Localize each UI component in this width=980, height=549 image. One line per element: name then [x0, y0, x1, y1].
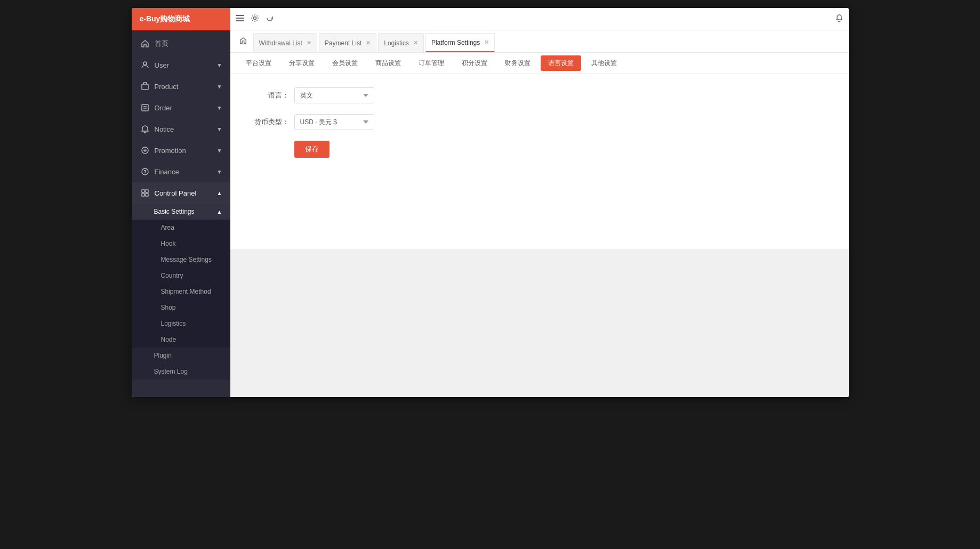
- sidebar-submenu-message-settings[interactable]: Message Settings: [132, 252, 230, 268]
- product-arrow-icon: ▼: [217, 84, 222, 90]
- control-panel-arrow-icon: ▲: [217, 190, 222, 196]
- sidebar-submenu-hook[interactable]: Hook: [132, 236, 230, 252]
- language-row: 语言： 英文 中文 日文 韩文: [246, 87, 833, 103]
- sub-tab-member-settings-label: 会员设置: [332, 59, 358, 67]
- tab-withdrawal-list[interactable]: Withdrawal List ✕: [253, 33, 317, 52]
- logistics-label: Logistics: [161, 320, 186, 327]
- sub-tab-points-settings[interactable]: 积分设置: [454, 55, 495, 71]
- sidebar-submenu-shop[interactable]: Shop: [132, 300, 230, 316]
- tab-withdrawal-list-label: Withdrawal List: [259, 39, 302, 47]
- tab-platform-settings-close[interactable]: ✕: [484, 39, 489, 46]
- sub-tab-share-settings-label: 分享设置: [289, 59, 315, 67]
- notice-icon: [140, 124, 150, 134]
- sidebar-submenu-area[interactable]: Area: [132, 220, 230, 236]
- sub-tab-goods-settings[interactable]: 商品设置: [368, 55, 408, 71]
- control-panel-submenu: Basic Settings ▲ Area Hook Message Setti…: [132, 204, 230, 380]
- sidebar-item-control-panel[interactable]: Control Panel ▲: [132, 182, 230, 204]
- sub-tab-order-management-label: 订单管理: [419, 59, 444, 67]
- sidebar-item-order[interactable]: Order ▼: [132, 97, 230, 118]
- sidebar-submenu-country[interactable]: Country: [132, 268, 230, 284]
- sub-tab-finance-settings-label: 财务设置: [505, 59, 531, 67]
- toolbar: [230, 8, 849, 30]
- basic-settings-children: Area Hook Message Settings Country Shipm…: [132, 220, 230, 348]
- svg-rect-8: [146, 190, 148, 192]
- order-icon: [140, 102, 150, 113]
- save-button[interactable]: 保存: [294, 141, 330, 158]
- svg-rect-1: [142, 84, 148, 90]
- message-settings-label: Message Settings: [161, 256, 212, 263]
- sidebar-submenu-system-log[interactable]: System Log: [132, 364, 230, 380]
- sidebar-item-product[interactable]: Product ▼: [132, 76, 230, 97]
- basic-settings-label: Basic Settings: [154, 208, 195, 215]
- language-select[interactable]: 英文 中文 日文 韩文: [294, 87, 374, 103]
- sidebar-submenu-basic-settings[interactable]: Basic Settings ▲: [132, 204, 230, 220]
- plugin-label: Plugin: [154, 352, 172, 359]
- sidebar-item-promotion[interactable]: Promotion ▼: [132, 140, 230, 161]
- currency-label: 货币类型：: [246, 117, 289, 127]
- sidebar-item-home[interactable]: 首页: [132, 33, 230, 54]
- tab-platform-settings-label: Platform Settings: [431, 39, 480, 46]
- bell-icon[interactable]: [835, 15, 844, 24]
- tab-withdrawal-list-close[interactable]: ✕: [307, 39, 311, 46]
- main-content: Withdrawal List ✕ Payment List ✕ Logisti…: [230, 8, 849, 397]
- currency-select[interactable]: USD · 美元 $ CNY · 人民币 ¥ EUR · 欧元 € JPY · …: [294, 114, 374, 130]
- sidebar-item-promotion-label: Promotion: [155, 147, 186, 155]
- sidebar: e-Buy购物商城 首页 User: [132, 8, 230, 397]
- sidebar-item-product-label: Product: [155, 83, 179, 91]
- form-area: 语言： 英文 中文 日文 韩文 货币类型： USD · 美元 $ CNY · 人…: [230, 74, 849, 249]
- svg-point-0: [143, 62, 147, 65]
- shop-label: Shop: [161, 304, 176, 311]
- sidebar-submenu-node[interactable]: Node: [132, 332, 230, 348]
- currency-row: 货币类型： USD · 美元 $ CNY · 人民币 ¥ EUR · 欧元 € …: [246, 114, 833, 130]
- svg-point-14: [253, 17, 256, 20]
- sidebar-item-user[interactable]: User ▼: [132, 54, 230, 76]
- sidebar-item-user-label: User: [155, 61, 169, 69]
- tab-logistics[interactable]: Logistics ✕: [378, 33, 424, 52]
- sub-tab-other-settings[interactable]: 其他设置: [584, 55, 624, 71]
- sidebar-submenu-shipment-method[interactable]: Shipment Method: [132, 284, 230, 300]
- sub-tab-language-settings[interactable]: 语言设置: [541, 55, 581, 71]
- app-logo: e-Buy购物商城: [132, 8, 230, 30]
- sub-tab-platform-settings[interactable]: 平台设置: [238, 55, 279, 71]
- tabs-bar: Withdrawal List ✕ Payment List ✕ Logisti…: [230, 30, 849, 53]
- sub-tab-finance-settings[interactable]: 财务设置: [497, 55, 538, 71]
- tab-payment-list-close[interactable]: ✕: [366, 39, 371, 46]
- svg-rect-7: [142, 190, 144, 192]
- toolbar-right: [835, 14, 844, 24]
- sidebar-submenu-plugin[interactable]: Plugin: [132, 348, 230, 364]
- user-icon: [140, 60, 150, 70]
- sub-tab-points-settings-label: 积分设置: [462, 59, 487, 67]
- system-log-label: System Log: [154, 368, 188, 375]
- sub-tab-member-settings[interactable]: 会员设置: [325, 55, 365, 71]
- finance-icon: [140, 166, 150, 177]
- sub-tab-platform-settings-label: 平台设置: [246, 59, 271, 67]
- content-area: 平台设置 分享设置 会员设置 商品设置 订单管理 积分设置 财务: [230, 53, 849, 397]
- tab-home[interactable]: [233, 30, 253, 52]
- language-label: 语言：: [246, 91, 289, 100]
- sub-tab-goods-settings-label: 商品设置: [375, 59, 401, 67]
- menu-icon[interactable]: [236, 14, 244, 24]
- finance-arrow-icon: ▼: [217, 169, 222, 175]
- sidebar-submenu-logistics[interactable]: Logistics: [132, 316, 230, 332]
- tab-logistics-label: Logistics: [384, 39, 409, 47]
- home-icon: [140, 38, 150, 49]
- tab-platform-settings[interactable]: Platform Settings ✕: [425, 33, 495, 52]
- tab-payment-list-label: Payment List: [325, 39, 362, 47]
- product-icon: [140, 81, 150, 92]
- sidebar-item-finance[interactable]: Finance ▼: [132, 161, 230, 182]
- svg-rect-12: [236, 18, 244, 19]
- sidebar-item-control-panel-label: Control Panel: [155, 189, 197, 197]
- shipment-method-label: Shipment Method: [161, 288, 211, 295]
- tab-payment-list[interactable]: Payment List ✕: [319, 33, 376, 52]
- sidebar-item-notice[interactable]: Notice ▼: [132, 118, 230, 140]
- sidebar-item-home-label: 首页: [155, 39, 168, 49]
- sub-tabs: 平台设置 分享设置 会员设置 商品设置 订单管理 积分设置 财务: [230, 53, 849, 74]
- settings-icon[interactable]: [251, 14, 259, 24]
- sidebar-menu: 首页 User ▼: [132, 30, 230, 397]
- refresh-icon[interactable]: [266, 14, 274, 24]
- home-nav-icon: [239, 37, 247, 46]
- sub-tab-order-management[interactable]: 订单管理: [411, 55, 452, 71]
- sub-tab-share-settings[interactable]: 分享设置: [282, 55, 322, 71]
- tab-logistics-close[interactable]: ✕: [413, 39, 418, 46]
- svg-rect-10: [146, 193, 148, 196]
